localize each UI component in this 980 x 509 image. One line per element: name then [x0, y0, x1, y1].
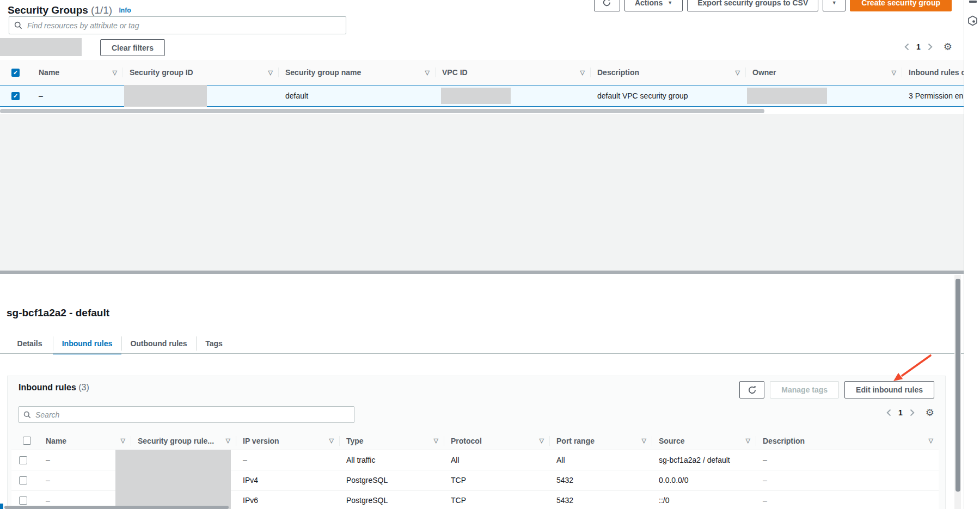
tab-details[interactable]: Details — [7, 333, 53, 354]
export-csv-button[interactable]: Export security groups to CSV — [687, 0, 818, 11]
export-split-menu-button[interactable]: ▼ — [823, 0, 846, 11]
filter-icon[interactable]: ▽ — [736, 69, 740, 76]
row-checkbox[interactable]: ✓ — [11, 92, 20, 100]
hexagon-tool-icon[interactable] — [967, 15, 978, 26]
filter-icon[interactable]: ▽ — [121, 437, 125, 444]
caret-down-icon: ▼ — [832, 1, 837, 5]
column-header-protocol[interactable]: Protocol▽ — [444, 432, 549, 450]
cell-description: – — [756, 456, 939, 464]
filter-icon[interactable]: ▽ — [580, 69, 585, 76]
table-settings-gear-icon[interactable]: ⚙ — [926, 408, 934, 418]
next-page-icon[interactable] — [910, 409, 915, 416]
cell-port-range: 5432 — [549, 476, 652, 485]
column-header-owner[interactable]: Owner▽ — [745, 60, 902, 85]
rules-search-input[interactable] — [34, 410, 350, 420]
refresh-rules-button[interactable] — [739, 381, 764, 398]
vertical-scrollbar-thumb[interactable] — [955, 279, 960, 492]
column-header-name[interactable]: Name▽ — [39, 432, 131, 450]
tab-tags[interactable]: Tags — [196, 333, 232, 354]
refresh-icon — [748, 385, 757, 395]
current-page-number[interactable]: 1 — [916, 42, 921, 51]
filter-icon[interactable]: ▽ — [540, 437, 544, 444]
row-checkbox[interactable] — [19, 496, 27, 505]
table-settings-gear-icon[interactable]: ⚙ — [944, 42, 952, 52]
row-checkbox[interactable] — [19, 476, 27, 485]
column-header-security-group-rule-id[interactable]: Security group rule...▽ — [131, 432, 236, 450]
next-page-icon[interactable] — [928, 43, 933, 51]
column-header-security-group-name[interactable]: Security group name▽ — [278, 60, 435, 85]
manage-tags-button[interactable]: Manage tags — [770, 381, 839, 398]
filter-icon[interactable]: ▽ — [268, 69, 273, 76]
card-title-text: Inbound rules — [19, 383, 76, 392]
current-page-number[interactable]: 1 — [898, 408, 903, 417]
find-resources-search[interactable] — [9, 16, 346, 34]
row-select-cell: ✓ — [0, 85, 32, 106]
rules-table-header: Name▽ Security group rule...▽ IP version… — [11, 432, 939, 450]
top-toolbar: Actions ▼ Export security groups to CSV … — [594, 0, 952, 11]
column-header-vpc-id[interactable]: VPC ID▽ — [435, 60, 590, 85]
cell-source: sg-bcf1a2a2 / default — [652, 456, 756, 464]
select-all-checkbox[interactable] — [23, 437, 31, 445]
row-checkbox[interactable] — [19, 456, 27, 464]
info-link[interactable]: Info — [119, 7, 131, 14]
create-security-group-button[interactable]: Create security group — [850, 0, 952, 11]
column-header-source[interactable]: Source▽ — [652, 432, 756, 450]
cell-port-range: All — [549, 456, 652, 464]
column-header-name[interactable]: Name▽ — [32, 60, 122, 85]
actions-button[interactable]: Actions ▼ — [624, 0, 683, 11]
rules-count: (3) — [78, 383, 89, 392]
select-all-checkbox[interactable]: ✓ — [11, 69, 20, 77]
edit-inbound-rules-button[interactable]: Edit inbound rules — [844, 381, 934, 398]
cell-type: All traffic — [339, 456, 444, 464]
column-header-ip-version[interactable]: IP version▽ — [236, 432, 339, 450]
clear-filters-button[interactable]: Clear filters — [100, 39, 165, 56]
filter-icon[interactable]: ▽ — [929, 437, 933, 444]
tab-inbound-rules[interactable]: Inbound rules — [53, 333, 121, 354]
resource-count: (1/1) — [91, 4, 112, 16]
security-groups-table-header: ✓ Name▽ Security group ID▽ Security grou… — [0, 60, 964, 85]
tab-outbound-rules[interactable]: Outbound rules — [121, 333, 196, 354]
caret-down-icon: ▼ — [667, 1, 672, 5]
filter-icon[interactable]: ▽ — [892, 69, 896, 76]
filter-icon[interactable]: ▽ — [746, 437, 750, 444]
horizontal-scrollbar-thumb[interactable] — [0, 109, 764, 113]
previous-page-icon[interactable] — [886, 409, 891, 416]
scrollbar-accent-mark — [0, 504, 3, 509]
column-header-inbound-rules[interactable]: Inbound rules c — [902, 60, 964, 85]
collapsed-panel-icon[interactable] — [969, 1, 977, 3]
column-header-security-group-id[interactable]: Security group ID▽ — [122, 60, 278, 85]
search-icon — [14, 21, 22, 29]
select-all-cell — [11, 432, 39, 450]
refresh-button[interactable] — [594, 0, 620, 11]
filter-icon[interactable]: ▽ — [226, 437, 230, 444]
cell-description: default VPC security group — [590, 91, 745, 100]
empty-table-area — [0, 114, 964, 271]
cell-ip-version: IPv4 — [236, 476, 339, 485]
cell-protocol: TCP — [444, 476, 549, 485]
cell-protocol: All — [444, 456, 549, 464]
rules-search[interactable] — [19, 406, 354, 423]
cell-type: PostgreSQL — [339, 476, 444, 485]
filter-icon[interactable]: ▽ — [434, 437, 438, 444]
column-header-description[interactable]: Description▽ — [756, 432, 939, 450]
column-header-port-range[interactable]: Port range▽ — [549, 432, 652, 450]
rules-pagination: 1 ⚙ — [886, 408, 934, 418]
previous-page-icon[interactable] — [904, 43, 909, 51]
inbound-rules-card-title: Inbound rules (3) — [19, 383, 89, 393]
bottom-horizontal-scrollbar-thumb[interactable] — [4, 506, 229, 509]
cell-port-range: 5432 — [549, 496, 652, 505]
filter-icon[interactable]: ▽ — [425, 69, 430, 76]
cell-source: 0.0.0.0/0 — [652, 476, 756, 485]
filter-icon[interactable]: ▽ — [642, 437, 646, 444]
column-header-description[interactable]: Description▽ — [590, 60, 745, 85]
filter-icon[interactable]: ▽ — [113, 69, 117, 76]
cell-description: – — [756, 496, 939, 505]
cell-protocol: TCP — [444, 496, 549, 505]
column-header-type[interactable]: Type▽ — [339, 432, 444, 450]
find-resources-input[interactable] — [26, 21, 341, 30]
aws-console-security-groups: Security Groups (1/1) Info Clear filters… — [0, 0, 980, 509]
top-pagination: 1 ⚙ — [904, 42, 952, 52]
filter-icon[interactable]: ▽ — [329, 437, 334, 444]
cell-inbound-rules-count: 3 Permission en — [902, 91, 964, 100]
cell-ip-version: IPv6 — [236, 496, 339, 505]
